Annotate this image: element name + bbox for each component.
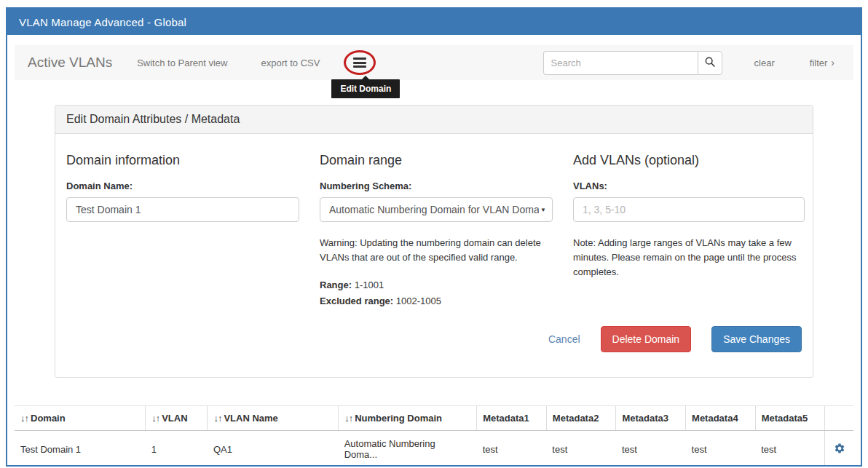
domain-range-heading: Domain range xyxy=(320,153,553,168)
app-window: VLAN Manage Advanced - Global Active VLA… xyxy=(6,7,862,467)
chevron-right-icon: › xyxy=(831,57,835,68)
save-changes-button[interactable]: Save Changes xyxy=(711,326,802,352)
edit-domain-menu-button[interactable]: Edit Domain xyxy=(353,57,368,68)
app-title-bar: VLAN Manage Advanced - Global xyxy=(7,9,861,35)
vlans-label: VLANs: xyxy=(573,181,805,191)
search-input[interactable] xyxy=(543,51,698,75)
sort-icon[interactable]: ↓↑ xyxy=(344,413,352,424)
panel-body: Domain information Domain Name: Domain r… xyxy=(55,134,813,309)
vlan-cell: 1 xyxy=(146,431,208,467)
hamburger-icon xyxy=(353,57,366,68)
add-vlans-heading: Add VLANs (optional) xyxy=(573,153,805,168)
column-header-numbering-domain[interactable]: ↓↑Numbering Domain xyxy=(339,406,477,431)
toolbar: Active VLANs Switch to Parent view expor… xyxy=(15,45,853,80)
excluded-range-label: Excluded range: xyxy=(320,296,393,306)
search-group: clear filter› xyxy=(543,51,840,75)
numbering-schema-label: Numbering Schema: xyxy=(320,181,553,191)
range-line: Range: 1-1001 xyxy=(320,277,553,293)
vlans-field[interactable] xyxy=(573,197,805,222)
clear-link[interactable]: clear xyxy=(754,57,775,68)
panel-actions: Cancel Delete Domain Save Changes xyxy=(55,326,813,377)
metadata5-cell: test xyxy=(755,431,825,467)
add-vlans-section: Add VLANs (optional) VLANs: Note: Adding… xyxy=(573,153,805,309)
vlans-note-text: Note: Adding large ranges of VLANs may t… xyxy=(573,236,805,279)
column-header-metadata4: Metadata4 xyxy=(686,406,756,431)
table-header-row: ↓↑Domain ↓↑VLAN ↓↑VLAN Name ↓↑Numbering … xyxy=(15,406,853,431)
domain-name-label: Domain Name: xyxy=(66,181,299,191)
vlan-name-cell: QA1 xyxy=(208,431,339,467)
page-title: VLAN Manage Advanced - Global xyxy=(19,16,186,28)
vlan-table-body: Test Domain 11QA1Automatic Numbering Dom… xyxy=(15,431,853,467)
column-header-metadata2: Metadata2 xyxy=(546,406,616,431)
search-button[interactable] xyxy=(698,51,722,75)
export-csv-link[interactable]: export to CSV xyxy=(261,57,320,68)
domain-information-heading: Domain information xyxy=(66,153,299,168)
active-vlans-heading: Active VLANs xyxy=(28,55,112,71)
switch-parent-view-link[interactable]: Switch to Parent view xyxy=(137,57,227,68)
metadata4-cell: test xyxy=(686,431,756,467)
numbering-schema-value: Automatic Numbering Domain for VLAN Doma xyxy=(329,204,539,215)
edit-domain-tooltip: Edit Domain xyxy=(331,79,400,98)
numbering-schema-select[interactable]: Automatic Numbering Domain for VLAN Doma… xyxy=(320,197,553,222)
gear-icon[interactable] xyxy=(834,443,845,454)
metadata2-cell: test xyxy=(546,431,616,467)
sort-icon[interactable]: ↓↑ xyxy=(213,413,221,424)
sort-icon[interactable]: ↓↑ xyxy=(20,413,28,424)
filter-link[interactable]: filter› xyxy=(810,57,835,68)
edit-domain-panel: Edit Domain Attributes / Metadata Domain… xyxy=(55,105,813,378)
vlan-table: ↓↑Domain ↓↑VLAN ↓↑VLAN Name ↓↑Numbering … xyxy=(15,405,853,467)
range-info: Range: 1-1001 Excluded range: 1002-1005 xyxy=(320,277,553,309)
metadata3-cell: test xyxy=(616,431,686,467)
domain-information-section: Domain information Domain Name: xyxy=(66,153,299,309)
metadata1-cell: test xyxy=(477,431,547,467)
domain-range-section: Domain range Numbering Schema: Automatic… xyxy=(320,153,553,309)
sort-icon[interactable]: ↓↑ xyxy=(151,413,159,424)
column-header-metadata1: Metadata1 xyxy=(477,406,547,431)
table-row: Test Domain 11QA1Automatic Numbering Dom… xyxy=(15,431,853,467)
numbering-domain-cell: Automatic Numbering Doma... xyxy=(339,431,477,467)
main-content: Active VLANs Switch to Parent view expor… xyxy=(7,35,861,467)
search-icon xyxy=(704,56,716,70)
range-value: 1-1001 xyxy=(355,279,384,290)
column-header-vlan-name[interactable]: ↓↑VLAN Name xyxy=(208,406,339,431)
excluded-range-line: Excluded range: 1002-1005 xyxy=(320,293,553,309)
range-warning-text: Warning: Updating the numbering domain c… xyxy=(320,236,553,265)
column-header-metadata3: Metadata3 xyxy=(616,406,686,431)
domain-name-field[interactable] xyxy=(66,197,299,222)
domain-cell: Test Domain 1 xyxy=(15,431,146,467)
chevron-down-icon: ▼ xyxy=(540,207,546,213)
delete-domain-button[interactable]: Delete Domain xyxy=(601,326,692,352)
range-label: Range: xyxy=(320,279,352,290)
column-header-domain[interactable]: ↓↑Domain xyxy=(15,406,146,431)
column-header-actions xyxy=(825,406,853,431)
cancel-button[interactable]: Cancel xyxy=(548,333,580,345)
row-actions-cell xyxy=(825,431,853,467)
panel-header: Edit Domain Attributes / Metadata xyxy=(55,106,813,134)
excluded-range-value: 1002-1005 xyxy=(396,296,441,306)
column-header-metadata5: Metadata5 xyxy=(755,406,825,431)
column-header-vlan[interactable]: ↓↑VLAN xyxy=(146,406,208,431)
